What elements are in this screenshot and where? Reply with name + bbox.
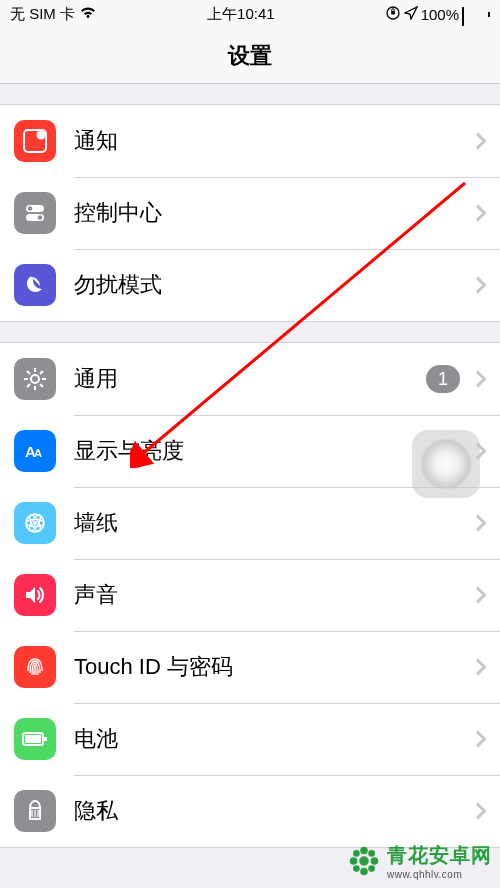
row-label: 声音: [74, 580, 472, 610]
watermark-logo-icon: [345, 842, 383, 880]
row-label: 勿扰模式: [74, 270, 472, 300]
row-privacy[interactable]: 隐私: [0, 775, 500, 847]
dnd-icon: [14, 264, 56, 306]
svg-line-15: [40, 371, 43, 374]
wifi-icon: [79, 6, 97, 23]
row-label: 控制中心: [74, 198, 472, 228]
privacy-icon: [14, 790, 56, 832]
svg-point-7: [38, 215, 43, 220]
page-title: 设置: [228, 41, 272, 71]
svg-point-33: [360, 868, 368, 876]
svg-point-20: [33, 521, 37, 525]
settings-section-1: 通知 控制中心 勿扰模式: [0, 104, 500, 322]
svg-line-16: [27, 384, 30, 387]
row-sound[interactable]: 声音: [0, 559, 500, 631]
svg-point-39: [368, 865, 375, 872]
row-control-center[interactable]: 控制中心: [0, 177, 500, 249]
svg-point-5: [28, 206, 33, 211]
row-label: 电池: [74, 724, 472, 754]
settings-section-2: 通用 1 AA 显示与亮度 墙纸 声音 Touch ID 与密码 电池: [0, 342, 500, 848]
row-label: 隐私: [74, 796, 472, 826]
sound-icon: [14, 574, 56, 616]
status-time: 上午10:41: [207, 5, 275, 24]
row-touchid[interactable]: Touch ID 与密码: [0, 631, 500, 703]
row-label: 墙纸: [74, 508, 472, 538]
status-right: 100%: [385, 5, 490, 24]
chevron-right-icon: [470, 205, 487, 222]
svg-rect-1: [391, 11, 395, 15]
chevron-right-icon: [470, 133, 487, 150]
watermark-url: www.qhhlv.com: [387, 869, 492, 880]
touchid-icon: [14, 646, 56, 688]
wallpaper-icon: [14, 502, 56, 544]
status-left: 无 SIM 卡: [10, 5, 97, 24]
status-bar: 无 SIM 卡 上午10:41 100%: [0, 0, 500, 28]
badge-count: 1: [426, 365, 460, 393]
row-label: 通用: [74, 364, 426, 394]
chevron-right-icon: [470, 803, 487, 820]
battery-percent: 100%: [421, 6, 459, 23]
svg-point-8: [31, 375, 39, 383]
chevron-right-icon: [470, 515, 487, 532]
chevron-right-icon: [470, 659, 487, 676]
watermark-brand: 青花安卓网: [387, 842, 492, 869]
watermark: 青花安卓网 www.qhhlv.com: [345, 842, 492, 880]
svg-point-38: [353, 865, 360, 872]
svg-point-31: [359, 856, 369, 866]
row-notifications[interactable]: 通知: [0, 105, 500, 177]
control-center-icon: [14, 192, 56, 234]
nav-bar: 设置: [0, 28, 500, 84]
chevron-right-icon: [470, 587, 487, 604]
chevron-right-icon: [470, 277, 487, 294]
carrier-text: 无 SIM 卡: [10, 5, 75, 24]
svg-line-13: [27, 371, 30, 374]
svg-point-37: [368, 850, 375, 857]
row-label: 通知: [74, 126, 472, 156]
chevron-right-icon: [470, 731, 487, 748]
general-icon: [14, 358, 56, 400]
svg-line-14: [40, 384, 43, 387]
svg-point-34: [350, 857, 358, 865]
svg-point-32: [360, 847, 368, 855]
battery-full-icon: [462, 8, 490, 21]
row-dnd[interactable]: 勿扰模式: [0, 249, 500, 321]
notifications-icon: [14, 120, 56, 162]
row-label: Touch ID 与密码: [74, 652, 472, 682]
svg-point-3: [37, 131, 46, 140]
battery-setting-icon: [14, 718, 56, 760]
svg-text:A: A: [34, 447, 42, 459]
assistive-touch-button[interactable]: [412, 430, 480, 498]
lock-rotation-icon: [385, 5, 401, 24]
chevron-right-icon: [470, 371, 487, 388]
svg-rect-25: [25, 735, 41, 743]
row-battery[interactable]: 电池: [0, 703, 500, 775]
row-general[interactable]: 通用 1: [0, 343, 500, 415]
svg-rect-26: [44, 737, 47, 741]
assistive-touch-inner: [422, 440, 470, 488]
location-icon: [404, 6, 418, 23]
svg-point-36: [353, 850, 360, 857]
svg-point-35: [371, 857, 379, 865]
display-icon: AA: [14, 430, 56, 472]
